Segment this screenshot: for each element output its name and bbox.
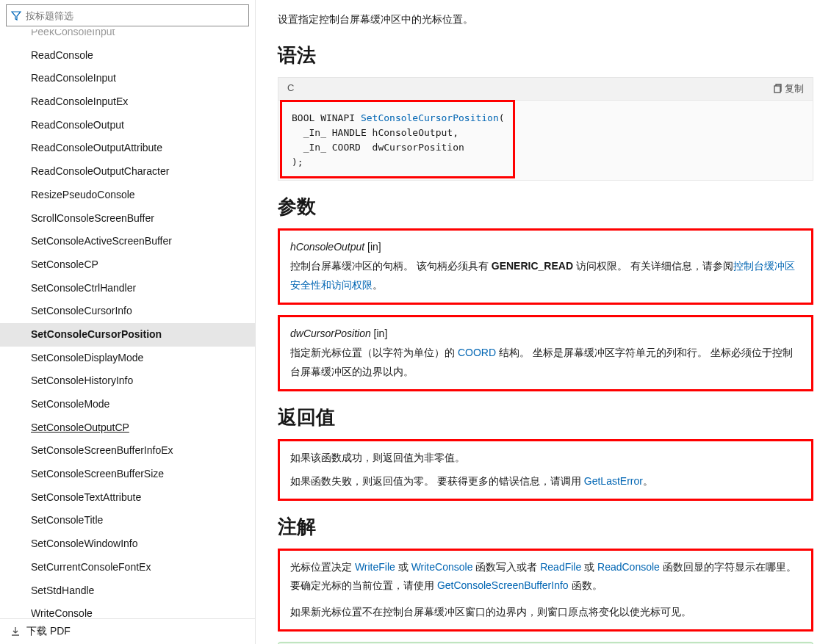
param1-name: hConsoleOutput (290, 241, 364, 253)
sidebar-item-resizepseudoconsole[interactable]: ResizePseudoConsole (0, 184, 255, 207)
sidebar-item-setstdhandle[interactable]: SetStdHandle (0, 579, 255, 603)
sidebar-item-setconsolemode[interactable]: SetConsoleMode (0, 393, 255, 416)
sidebar-item-setconsoleactivescreenbuffer[interactable]: SetConsoleActiveScreenBuffer (0, 230, 255, 253)
sidebar: PeekConsoleInputReadConsoleReadConsoleIn… (0, 0, 256, 644)
notes-p2: 如果新光标位置不在控制台屏幕缓冲区窗口的边界内，则窗口原点将变化以使光标可见。 (290, 603, 801, 622)
copy-label: 复制 (785, 82, 804, 95)
filter-input[interactable] (26, 10, 244, 21)
heading-notes: 注解 (278, 514, 813, 540)
param1-dir: [in] (367, 241, 381, 253)
param-hconsole: hConsoleOutput [in] 控制台屏幕缓冲区的句柄。 该句柄必须具有… (278, 228, 813, 305)
page-intro: 设置指定控制台屏幕缓冲区中的光标位置。 (278, 10, 813, 29)
sidebar-item-setconsoledisplaymode[interactable]: SetConsoleDisplayMode (0, 347, 255, 370)
sidebar-item-readconsoleoutputattribute[interactable]: ReadConsoleOutputAttribute (0, 137, 255, 160)
sidebar-item-readconsole[interactable]: ReadConsole (0, 44, 255, 68)
sidebar-item-setconsolehistoryinfo[interactable]: SetConsoleHistoryInfo (0, 369, 255, 393)
return-block: 如果该函数成功，则返回值为非零值。 如果函数失败，则返回值为零。 要获得更多的错… (278, 439, 813, 501)
link-readconsole[interactable]: ReadConsole (597, 561, 660, 573)
heading-syntax: 语法 (278, 43, 813, 68)
download-pdf[interactable]: 下载 PDF (0, 618, 255, 644)
param2-name: dwCursorPosition (290, 328, 371, 339)
copy-button[interactable]: 复制 (772, 82, 804, 95)
main-content: 设置指定控制台屏幕缓冲区中的光标位置。 语法 C 复制 BOOL WINAPI … (256, 0, 831, 644)
filter-icon (11, 10, 21, 21)
link-getlasterror[interactable]: GetLastError (584, 475, 643, 487)
code-body: BOOL WINAPI SetConsoleCursorPosition( _I… (278, 101, 813, 181)
heading-params: 参数 (278, 194, 813, 220)
svg-marker-0 (12, 12, 21, 20)
sidebar-item-setcurrentconsolefontex[interactable]: SetCurrentConsoleFontEx (0, 556, 255, 579)
return-ok: 如果该函数成功，则返回值为非零值。 (290, 449, 801, 468)
sidebar-item-setconsolecursorposition[interactable]: SetConsoleCursorPosition (0, 323, 255, 347)
sidebar-item-writeconsole[interactable]: WriteConsole (0, 602, 255, 618)
code-block: C 复制 BOOL WINAPI SetConsoleCursorPositio… (278, 77, 813, 181)
param2-dir: [in] (374, 328, 388, 339)
notes-block: 光标位置决定 WriteFile 或 WriteConsole 函数写入或者 R… (278, 549, 813, 632)
copy-icon (772, 84, 782, 93)
nav-scroll[interactable]: PeekConsoleInputReadConsoleReadConsoleIn… (0, 29, 255, 618)
sidebar-item-readconsoleinput[interactable]: ReadConsoleInput (0, 67, 255, 90)
sidebar-item-setconsoletitle[interactable]: SetConsoleTitle (0, 509, 255, 532)
sidebar-item-setconsolescreenbufferinfoex[interactable]: SetConsoleScreenBufferInfoEx (0, 439, 255, 463)
sidebar-item-peekconsoleinput[interactable]: PeekConsoleInput (0, 29, 255, 44)
sidebar-item-setconsolecursorinfo[interactable]: SetConsoleCursorInfo (0, 300, 255, 323)
sidebar-item-setconsolescreenbuffersize[interactable]: SetConsoleScreenBufferSize (0, 463, 255, 486)
filter-box[interactable] (6, 4, 249, 26)
sidebar-item-setconsolewindowinfo[interactable]: SetConsoleWindowInfo (0, 532, 255, 556)
download-icon (10, 626, 21, 637)
sidebar-item-scrollconsolescreenbuffer[interactable]: ScrollConsoleScreenBuffer (0, 207, 255, 231)
sidebar-item-setconsoletextattribute[interactable]: SetConsoleTextAttribute (0, 486, 255, 510)
link-writefile[interactable]: WriteFile (355, 561, 395, 573)
link-readfile[interactable]: ReadFile (540, 561, 581, 573)
svg-rect-1 (774, 86, 780, 93)
download-pdf-label: 下载 PDF (26, 625, 71, 638)
sidebar-item-readconsoleoutput[interactable]: ReadConsoleOutput (0, 114, 255, 137)
sidebar-item-readconsoleoutputcharacter[interactable]: ReadConsoleOutputCharacter (0, 160, 255, 184)
heading-return: 返回值 (278, 405, 813, 430)
sidebar-item-setconsolecp[interactable]: SetConsoleCP (0, 253, 255, 277)
code-lang-label: C (287, 82, 294, 95)
link-getcsbi[interactable]: GetConsoleScreenBufferInfo (437, 579, 569, 591)
link-coord[interactable]: COORD (458, 347, 496, 358)
sidebar-item-setconsoleoutputcp[interactable]: SetConsoleOutputCP (0, 416, 255, 440)
sidebar-item-readconsoleinputex[interactable]: ReadConsoleInputEx (0, 90, 255, 114)
link-writeconsole[interactable]: WriteConsole (411, 561, 473, 573)
sidebar-item-setconsolectrlhandler[interactable]: SetConsoleCtrlHandler (0, 277, 255, 300)
param-dwcursor: dwCursorPosition [in] 指定新光标位置（以字符为单位）的 C… (278, 315, 813, 391)
